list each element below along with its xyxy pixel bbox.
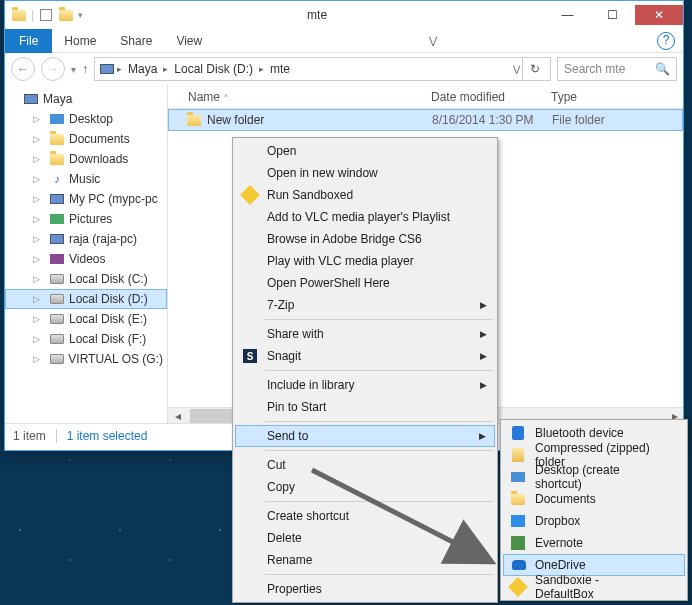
qat-dropdown-icon[interactable]: ▾ [78,10,83,20]
properties-icon[interactable] [38,7,54,23]
menu-label: Rename [267,553,312,567]
menu-delete[interactable]: Delete [235,527,495,549]
table-row[interactable]: New folder8/16/2014 1:30 PMFile folder [168,109,683,131]
expand-icon[interactable]: ▷ [33,234,45,244]
expand-icon[interactable]: ▷ [33,334,45,344]
help-button[interactable]: ? [657,32,675,50]
search-input[interactable]: Search mte 🔍 [557,57,677,81]
chevron-right-icon[interactable]: ▸ [259,64,264,74]
sort-asc-icon: ^ [224,92,228,101]
col-name[interactable]: Name^ [168,85,423,108]
address-dropdown-icon[interactable]: ⋁ [513,64,520,74]
new-folder-icon[interactable] [58,7,74,23]
menu-label: Snagit [267,349,301,363]
expand-icon[interactable]: ▷ [33,134,45,144]
menu-cut[interactable]: Cut [235,454,495,476]
tree-item-local-disk-c-[interactable]: ▷Local Disk (C:) [5,269,167,289]
selection-count: 1 item selected [67,429,148,443]
refresh-button[interactable]: ↻ [522,58,546,80]
address-row: ← → ▾ ↑ ▸ Maya ▸ Local Disk (D:) ▸ mte ⋁… [5,53,683,85]
recent-dropdown-icon[interactable]: ▾ [71,64,76,75]
file-date: 8/16/2014 1:30 PM [424,111,544,129]
maximize-button[interactable]: ☐ [590,5,635,25]
menu-label: Open in new window [267,166,378,180]
tab-view[interactable]: View [164,29,214,53]
crumb-mte[interactable]: mte [266,60,294,78]
expand-icon[interactable]: ▷ [33,294,45,304]
menu-snagit[interactable]: SSnagit▶ [235,345,495,367]
expand-icon[interactable]: ▷ [33,254,45,264]
menu-label: Sandboxie - DefaultBox [535,573,655,601]
tree-item-desktop[interactable]: ▷Desktop [5,109,167,129]
music-icon: ♪ [49,171,65,187]
pc-icon [49,191,65,207]
menu-add-to-vlc-media-player-s-playlist[interactable]: Add to VLC media player's Playlist [235,206,495,228]
tree-item-local-disk-e-[interactable]: ▷Local Disk (E:) [5,309,167,329]
tree-item-raja-raja-pc-[interactable]: ▷raja (raja-pc) [5,229,167,249]
menu-open-in-new-window[interactable]: Open in new window [235,162,495,184]
expand-icon[interactable]: ▷ [33,174,45,184]
tree-item-downloads[interactable]: ▷Downloads [5,149,167,169]
menu-open[interactable]: Open [235,140,495,162]
tree-item-label: Pictures [69,212,112,226]
crumb-drive-d[interactable]: Local Disk (D:) [170,60,257,78]
tree-item-my-pc-mypc-pc[interactable]: ▷My PC (mypc-pc [5,189,167,209]
col-date[interactable]: Date modified [423,85,543,108]
tree-item-local-disk-f-[interactable]: ▷Local Disk (F:) [5,329,167,349]
tab-share[interactable]: Share [108,29,164,53]
tree-item-virtual-os-g-[interactable]: ▷VIRTUAL OS (G:) [5,349,167,369]
expand-icon[interactable]: ▷ [33,194,45,204]
tree-item-videos[interactable]: ▷Videos [5,249,167,269]
menu-include-in-library[interactable]: Include in library▶ [235,374,495,396]
search-placeholder: Search mte [564,62,651,76]
expand-icon[interactable]: ▷ [33,354,45,364]
tree-item-music[interactable]: ▷♪Music [5,169,167,189]
scroll-left-icon[interactable]: ◂ [170,409,186,423]
menu-label: Send to [267,429,308,443]
chevron-right-icon[interactable]: ▸ [117,64,122,74]
minimize-button[interactable]: — [545,5,590,25]
ribbon-expand-icon[interactable]: ⋁ [429,35,437,46]
menu-7-zip[interactable]: 7-Zip▶ [235,294,495,316]
menu-open-powershell-here[interactable]: Open PowerShell Here [235,272,495,294]
expand-icon[interactable]: ▷ [33,114,45,124]
sendto-documents[interactable]: Documents [503,488,685,510]
expand-icon[interactable]: ▷ [33,314,45,324]
tree-root-maya[interactable]: Maya [5,89,167,109]
up-button[interactable]: ↑ [82,62,88,76]
tree-item-label: Local Disk (D:) [69,292,148,306]
tree-item-local-disk-d-[interactable]: ▷Local Disk (D:) [5,289,167,309]
tree-item-label: Videos [69,252,105,266]
menu-copy[interactable]: Copy [235,476,495,498]
tree-item-documents[interactable]: ▷Documents [5,129,167,149]
close-button[interactable]: ✕ [635,5,683,25]
expand-icon[interactable]: ▷ [33,154,45,164]
menu-properties[interactable]: Properties [235,578,495,600]
menu-pin-to-start[interactable]: Pin to Start [235,396,495,418]
tree-item-label: Local Disk (E:) [69,312,147,326]
forward-button[interactable]: → [41,57,65,81]
expand-icon[interactable]: ▷ [33,274,45,284]
col-type[interactable]: Type [543,85,683,108]
titlebar: | ▾ mte — ☐ ✕ [5,1,683,29]
menu-browse-in-adobe-bridge-cs6[interactable]: Browse in Adobe Bridge CS6 [235,228,495,250]
sendto-desktop-create-shortcut-[interactable]: Desktop (create shortcut) [503,466,685,488]
sendto-dropbox[interactable]: Dropbox [503,510,685,532]
menu-create-shortcut[interactable]: Create shortcut [235,505,495,527]
tree-item-label: Local Disk (F:) [69,332,146,346]
menu-send-to[interactable]: Send to▶ [235,425,495,447]
menu-rename[interactable]: Rename [235,549,495,571]
menu-share-with[interactable]: Share with▶ [235,323,495,345]
crumb-maya[interactable]: Maya [124,60,161,78]
file-tab[interactable]: File [5,29,52,53]
back-button[interactable]: ← [11,57,35,81]
tab-home[interactable]: Home [52,29,108,53]
tree-item-pictures[interactable]: ▷Pictures [5,209,167,229]
expand-icon[interactable]: ▷ [33,214,45,224]
chevron-right-icon[interactable]: ▸ [163,64,168,74]
menu-run-sandboxed[interactable]: Run Sandboxed [235,184,495,206]
breadcrumb[interactable]: ▸ Maya ▸ Local Disk (D:) ▸ mte ⋁ ↻ [94,57,551,81]
sendto-sandboxie-defaultbox[interactable]: Sandboxie - DefaultBox [503,576,685,598]
sendto-evernote[interactable]: Evernote [503,532,685,554]
menu-play-with-vlc-media-player[interactable]: Play with VLC media player [235,250,495,272]
